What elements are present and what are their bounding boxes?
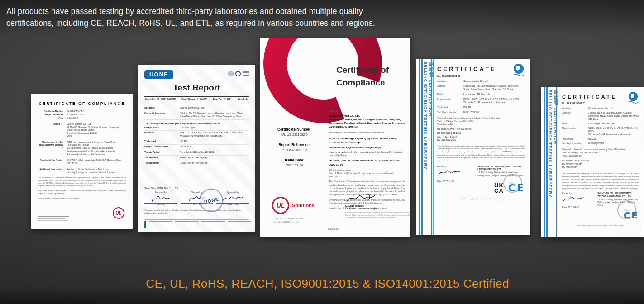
field-label: Applicant: [144, 107, 180, 110]
signature-stroke [562, 195, 585, 204]
conformity-paragraph: This Certificate of conformity is based … [437, 145, 525, 163]
field-label: Product: [562, 123, 588, 126]
ukca-line2: CA [494, 188, 504, 194]
field-label: Contact information: [144, 112, 180, 119]
fine-print: Any information and documentation involv… [345, 212, 410, 219]
standard-item: EN 60598-2-21:2015 [562, 163, 639, 166]
field-label-empty [37, 150, 67, 156]
cnas-icon [235, 71, 241, 76]
certificate-footer-area: Issued by: Date: 2021-09-23 SHENZHEN BEL… [562, 192, 639, 222]
standard-item: IEC TR 62778: 2014 [437, 135, 525, 139]
footer-text-lines [201, 221, 225, 228]
lab-name: SHENZHEN BELLING EFFICIENCY TESTING LABO… [597, 192, 639, 199]
field-value: Quanhe Lighting Co., Ltd. [463, 80, 525, 83]
field-value: Low voltage LED Strip Light [588, 123, 639, 126]
stamp-text: UONE [203, 197, 219, 205]
page: All products have passed testing by accr… [0, 0, 644, 304]
copyright-note: © 2025 UL LLC. All rights reserved. Form… [273, 218, 304, 223]
standards-value: UL 2108, 2nd Ed., Issue Date: 2015-12-7,… [67, 159, 127, 165]
certificate-body: CERTIFICATE No. BL221102001 01 Applicant… [437, 63, 525, 233]
certify-value: IFDR - Low-voltage Lighting Systems, Pow… [67, 141, 127, 150]
field-label: Trade Mark: [437, 106, 463, 109]
field-label: Test Report Number: [562, 142, 588, 146]
conformity-intro: The product herewith conforms to the fol… [562, 148, 639, 158]
certificate-ul-compliance-small: CERTIFICATE OF COMPLIANCE Certificate Nu… [31, 94, 133, 229]
issued-by-block: Issued by: Date: 2021-09-23 [562, 192, 596, 222]
vertical-band: BELLING EFFICIENCY TESTING LABORATORY 認證… [416, 59, 435, 235]
legal-paragraph: Look for the UL Certification Mark on th… [38, 197, 126, 200]
query-password: Query Password: GN6720 [181, 98, 207, 100]
footer-accent-bar [144, 221, 146, 228]
signature-row: Prepared by Max Wu Checked by Lin Zhu Ap… [144, 191, 249, 206]
report-meta-row: Report No.: U01052211069802E Query Passw… [144, 96, 249, 102]
footer-text-lines [149, 221, 172, 228]
field-label: Testing Period [144, 151, 180, 154]
cjk-characters: 認證書 [553, 90, 558, 106]
field-value: Please refer to next page(s). [180, 162, 249, 165]
field-label: Model Number: [562, 127, 588, 137]
field-label: Address: [562, 112, 588, 121]
certifications-caption: CE, UL, RoHS, REACH, ISO9001:2015 & ISO1… [5, 277, 644, 291]
signer-role: UL Mark Certification Program Owner [345, 207, 410, 210]
lab-name-vertical: BELLING EFFICIENCY TESTING LABORATORY [548, 90, 553, 236]
accreditation-logos [228, 71, 249, 76]
signature-stroke [437, 168, 462, 178]
vertical-band: BELLING EFFICIENCY TESTING LABORATORY 認證… [541, 87, 560, 238]
certificate-ul-compliance-large: Certificate of Compliance Certificate Nu… [260, 38, 410, 237]
field-label: Address: [437, 85, 463, 91]
cjk-characters: 認證書 [429, 62, 434, 78]
intro-line-1: All products have passed testing by accr… [6, 6, 375, 18]
addendum-note: See Addendum Page for Product Designatio… [329, 146, 405, 149]
ul-circle-icon: UL [272, 197, 289, 214]
additional-label: Additional Information: [329, 169, 352, 171]
vertical-stripe [419, 59, 420, 235]
stamp-text: BELLING [623, 208, 631, 212]
field-value: From Oct. 8, 2021 to Oct. 12, 2021 [180, 151, 249, 154]
ul-mark-icon: UL [113, 207, 124, 219]
vertical-stripe [544, 87, 545, 238]
field-label: Issued to: [37, 123, 67, 138]
field-label: Sample Received Date [144, 146, 180, 149]
issue-date: Date: 2021-09-23 [562, 206, 596, 209]
field-value: UCXX, UHXX, UNXX, ULXX, UDXX, URXX, LNXX… [463, 98, 525, 104]
field-label: Applicant: [562, 107, 588, 110]
field-value: UGLED [463, 106, 525, 109]
certification-vertical: 認證書 CERTIFICATION [553, 90, 559, 236]
intro-line-2: certifications, including CE, REACH, RoH… [6, 18, 375, 29]
ul-letters: UL [277, 202, 285, 209]
field-label: This is to certify that representative s… [37, 141, 67, 150]
conformity-intro: The product herewith conforms to the fol… [437, 117, 525, 127]
title-line-2: Compliance [336, 76, 389, 89]
standard-item: EN 62493:2015 [562, 166, 639, 170]
issued-to-label: Issued to: [329, 110, 405, 113]
field-label: Test Report Number: [437, 111, 463, 114]
standard-item: BS EN IEC 60598-1:2021+A11:2021 [437, 128, 525, 132]
field-label: Model Number: [437, 98, 463, 104]
field-label: Product: [437, 93, 463, 96]
title-line-1: Certificate of [336, 64, 389, 76]
field-label: Certificate Number: [266, 128, 324, 132]
footer-line: Belling Efficiency Testing Laboratory · … [562, 224, 639, 227]
field-label: Certificate Number [37, 110, 67, 113]
footer-text-lines [175, 221, 199, 228]
field-value: 2025-03-26 [266, 163, 324, 167]
legal-paragraph: Only those products bearing the UL Mark … [38, 190, 126, 195]
field-value: Quanhe Lighting Co., Ltd. [180, 107, 249, 110]
report-title: Test Report [144, 83, 249, 93]
signature-name: Max Wu [144, 204, 177, 206]
vertical-stripe [421, 59, 423, 235]
signature-stroke [345, 192, 377, 204]
page-indicator: Page 1 of 8 [238, 98, 248, 100]
stamp-text: BELLING [509, 181, 517, 185]
issued-to-value: Quanhe Lighting Co., Ltd. 3F, No.637, Gu… [67, 123, 127, 138]
field-label: Model No. [144, 132, 180, 138]
field-value: 3rd floor, No. 637 Guantian Laocun, Guan… [463, 85, 525, 91]
field-value: E533354-20230321 [67, 114, 127, 116]
certificate-meta-column: Certificate Number: UL-US-2311652-0 Repo… [266, 121, 324, 167]
fine-print-lines [38, 216, 69, 222]
standard-reference: UL 2108, 2nd Ed., Issue Date: 2015-12-7,… [329, 159, 405, 166]
field-label: Test Result(s) [144, 162, 180, 165]
standard-item: BS EN 60598-2-21:2015 [437, 132, 525, 135]
page-indicator: Page 1 of 2 [328, 228, 340, 230]
certificate-title: CERTIFICATE [437, 66, 525, 72]
